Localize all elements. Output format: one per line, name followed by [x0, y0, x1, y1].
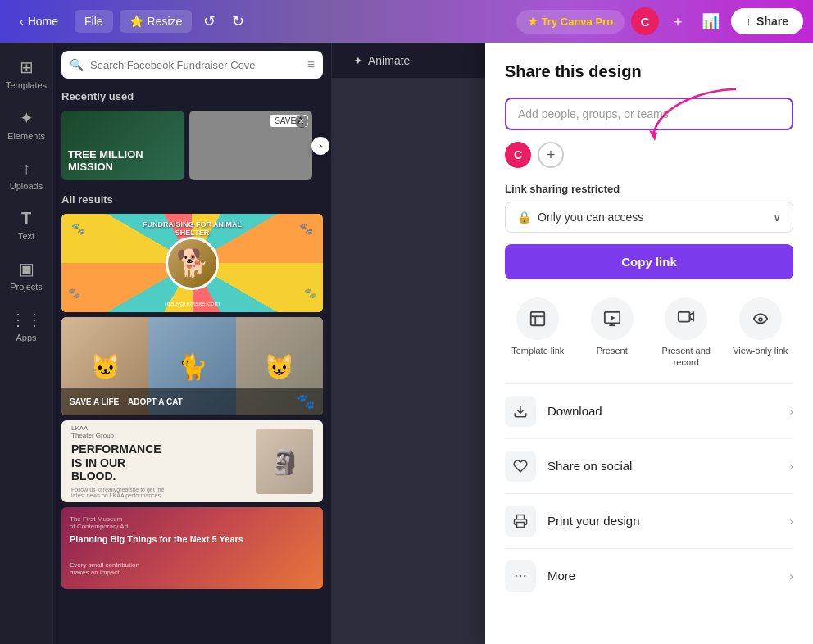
svg-rect-10 — [517, 522, 525, 527]
topnav: ‹ Home File ⭐ Resize ↺ ↻ ★ Try Canva Pro… — [0, 0, 813, 43]
projects-icon: ▣ — [19, 259, 34, 279]
more-label: More — [547, 569, 778, 583]
sidebar-item-apps[interactable]: ⋮⋮ Apps — [3, 302, 49, 351]
people-input[interactable] — [518, 107, 780, 120]
filter-icon[interactable]: ≡ — [307, 57, 315, 72]
analytics-button[interactable]: 📊 — [697, 7, 724, 35]
download-chevron: › — [789, 405, 793, 418]
template-link-icon — [516, 297, 559, 340]
apps-icon: ⋮⋮ — [10, 310, 43, 329]
undo-button[interactable]: ↺ — [198, 7, 220, 35]
share-list-more[interactable]: More › — [505, 548, 793, 603]
home-button[interactable]: ‹ Home — [10, 10, 68, 33]
animate-icon: ✦ — [353, 54, 363, 67]
download-icon — [505, 396, 536, 427]
sidebar-label-templates: Templates — [6, 80, 47, 90]
owner-avatar: C — [505, 142, 531, 168]
file-button[interactable]: File — [75, 10, 113, 33]
chevron-left-icon: ‹ — [20, 15, 24, 28]
paw-icon: 🐾 — [297, 392, 315, 410]
access-dropdown[interactable]: 🔒 Only you can access ∨ — [505, 202, 793, 233]
redo-button[interactable]: ↻ — [227, 7, 249, 35]
template-card-animal-shelter[interactable]: 🐕 FUNDRAISING FOR ANIMAL SHELTER reallyg… — [61, 214, 323, 312]
svg-rect-0 — [531, 312, 545, 326]
perf-image: 🗿 — [256, 429, 313, 494]
search-icon: 🔍 — [70, 58, 84, 71]
try-canva-pro-button[interactable]: ★ Try Canva Pro — [516, 10, 625, 34]
plus-icon: ＋ — [670, 11, 685, 31]
svg-rect-7 — [679, 312, 690, 322]
copy-link-button[interactable]: Copy link — [505, 244, 793, 279]
share-button[interactable]: ↑ Share — [731, 8, 803, 34]
canvas-area: ✦ Animate ■ TREMIS ‹ Share this design — [332, 43, 813, 644]
main-layout: ⊞ Templates ✦ Elements ↑ Uploads T Text … — [0, 43, 813, 644]
share-option-present[interactable]: Present — [579, 297, 646, 369]
sidebar-item-templates[interactable]: ⊞ Templates — [3, 49, 49, 98]
recent-thumb-title-1: TREE MILLIONMISSION — [68, 148, 143, 174]
sidebar-item-text[interactable]: T Text — [3, 201, 49, 249]
template-card-planning[interactable]: The First Museumof Contemporary Art Plan… — [61, 507, 323, 589]
present-icon — [591, 297, 634, 340]
share-option-view-only[interactable]: View-only link — [728, 297, 794, 369]
recent-thumb-tree-million[interactable]: TREE MILLIONMISSION — [61, 111, 184, 180]
sidebar-item-elements[interactable]: ✦ Elements — [3, 100, 49, 149]
template-card-performance[interactable]: LKAATheater Group PERFORMANCEIS IN OURBL… — [61, 420, 323, 502]
try-pro-label: Try Canva Pro — [542, 16, 613, 28]
home-label: Home — [28, 15, 58, 28]
left-sidebar: ⊞ Templates ✦ Elements ↑ Uploads T Text … — [0, 43, 53, 644]
sidebar-label-projects: Projects — [10, 282, 43, 292]
share-social-label: Share on social — [547, 459, 778, 473]
share-list-download[interactable]: Download › — [505, 383, 793, 438]
close-icon[interactable]: ✕ — [295, 115, 308, 128]
social-chevron: › — [789, 460, 793, 473]
resize-button[interactable]: ⭐ Resize — [120, 10, 193, 33]
view-only-icon — [739, 297, 782, 340]
present-record-icon — [665, 297, 707, 340]
sidebar-item-uploads[interactable]: ↑ Uploads — [3, 151, 49, 199]
template-card-adopt-cat[interactable]: 🐱 🐈 😺 SAVE A LIFE ADOPT A CAT 🐾 — [61, 317, 323, 415]
share-option-present-record[interactable]: Present and record — [653, 297, 720, 369]
svg-point-12 — [520, 574, 521, 576]
chart-icon: 📊 — [702, 12, 720, 30]
view-only-label: View-only link — [733, 345, 788, 356]
all-results-title: All results — [61, 193, 323, 206]
svg-marker-8 — [690, 313, 694, 320]
animate-button[interactable]: ✦ Animate — [345, 49, 418, 72]
sidebar-item-projects[interactable]: ▣ Projects — [3, 251, 49, 300]
recently-used-row: TREE MILLIONMISSION SAVE A ✕ › — [61, 111, 323, 180]
recent-thumb-grayscale[interactable]: SAVE A ✕ — [189, 111, 312, 180]
print-chevron: › — [789, 515, 793, 528]
uploads-icon: ↑ — [22, 159, 30, 178]
user-avatar[interactable]: C — [631, 7, 659, 35]
svg-marker-6 — [611, 315, 615, 320]
link-sharing-label: Link sharing restricted — [505, 183, 793, 195]
animal-url: reallygreatsite.com — [165, 300, 220, 307]
add-button[interactable]: ＋ — [665, 7, 690, 36]
add-person-button[interactable]: + — [538, 142, 564, 168]
avatars-row: C + — [505, 142, 793, 168]
search-bar: 🔍 ≡ — [61, 51, 323, 79]
scroll-right-arrow[interactable]: › — [311, 137, 329, 155]
access-text: Only you can access — [538, 211, 766, 224]
more-chevron: › — [789, 569, 793, 583]
sidebar-label-apps: Apps — [16, 333, 36, 342]
share-social-icon — [505, 451, 536, 482]
share-list-social[interactable]: Share on social › — [505, 438, 793, 493]
adopt-text: SAVE A LIFE ADOPT A CAT — [70, 397, 183, 406]
resize-label: Resize — [148, 15, 183, 28]
templates-icon: ⊞ — [20, 57, 34, 77]
copy-link-label: Copy link — [621, 255, 677, 269]
sidebar-label-text: Text — [18, 231, 34, 241]
print-icon — [505, 506, 536, 537]
print-label: Print your design — [547, 514, 778, 528]
share-list-print[interactable]: Print your design › — [505, 493, 793, 548]
planning-sub: Every small contributionmakes an impact. — [70, 561, 315, 576]
search-input[interactable] — [90, 59, 301, 71]
perf-subtitle: Follow us @reallygreatsite to get thelat… — [71, 487, 248, 498]
chevron-down-icon: ∨ — [773, 211, 781, 224]
people-input-row — [505, 98, 793, 130]
share-option-template-link[interactable]: Template link — [505, 297, 571, 369]
elements-icon: ✦ — [20, 108, 34, 128]
download-label: Download — [547, 404, 778, 418]
more-icon — [505, 560, 536, 592]
